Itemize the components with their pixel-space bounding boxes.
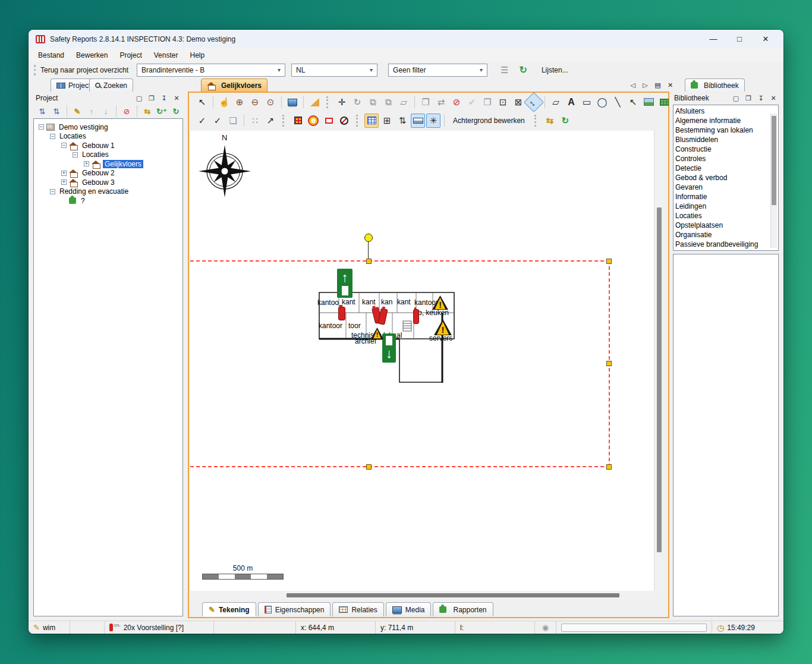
pan-button[interactable]: ☝ [217, 95, 231, 109]
zoom-out-button[interactable]: ⊖ [248, 95, 262, 109]
tree-row-gebouw-2[interactable]: +Gebouw 2 [34, 169, 182, 178]
tree-row-locaties[interactable]: −Locaties [34, 132, 182, 141]
prev-tab-button[interactable]: ◁ [628, 80, 638, 90]
drawing-canvas[interactable]: N [190, 131, 654, 591]
close-button[interactable]: ✕ [753, 31, 779, 48]
sort-alphabetic-button[interactable]: ⇅ [50, 105, 63, 117]
ring-zone-button[interactable] [306, 114, 320, 128]
insert-image-button[interactable] [641, 95, 656, 109]
tree-label[interactable]: Gebouw 2 [80, 169, 117, 177]
selection-handle-top-right[interactable] [606, 259, 612, 264]
tab-media[interactable]: Media [386, 602, 432, 616]
menu-bewerken[interactable]: Bewerken [70, 50, 114, 61]
tree-row-locaties[interactable]: −Locaties [34, 150, 182, 160]
expander-icon[interactable]: − [50, 189, 55, 194]
horizontal-scrollbar[interactable] [190, 591, 654, 599]
title-bar[interactable]: Safety Reports 2.8.14.1 INSPECTION 4.3: … [29, 30, 783, 48]
raster-button[interactable] [291, 114, 305, 128]
library-item-constructie[interactable]: Constructie [675, 144, 778, 154]
open-button[interactable]: ❒ [480, 95, 495, 109]
snap-all-button[interactable]: ✳ [426, 114, 440, 128]
library-item-organisatie[interactable]: Organisatie [675, 230, 778, 240]
float-panel-button[interactable]: ❐ [147, 95, 156, 102]
fire-extinguisher-icon[interactable] [413, 309, 419, 324]
library-item-blusmiddelen[interactable]: Blusmiddelen [675, 135, 778, 144]
tab-rapporten[interactable]: Rapporten [433, 602, 493, 616]
select-button[interactable]: ↖ [195, 95, 209, 109]
library-item-opstelplaatsen[interactable]: Opstelplaatsen [675, 221, 778, 230]
warning-triangle-icon[interactable]: ! [371, 328, 383, 339]
library-item-afsluiters[interactable]: Afsluiters [675, 106, 778, 116]
maximize-panel-button[interactable]: ▢ [135, 95, 143, 102]
tree-row-redding-en-evacuatie[interactable]: −Redding en evacuatie [34, 187, 182, 197]
library-item-detectie[interactable]: Detectie [675, 163, 778, 173]
delete-button[interactable]: ⊘ [120, 105, 133, 117]
library-item-plaatsbezoek[interactable]: Plaatsbezoek [675, 249, 778, 251]
draw-arrow-button[interactable]: ↖ [626, 95, 640, 109]
rename-button[interactable]: ✎ [71, 105, 84, 117]
tab-zoeken[interactable]: Zoeken [89, 78, 133, 92]
vertical-scrollbar[interactable] [654, 131, 663, 591]
filter-select[interactable]: Geen filter ▾ [388, 64, 487, 77]
menu-venster[interactable]: Venster [148, 50, 184, 61]
library-scrollbar[interactable] [770, 114, 777, 248]
menu-bestand[interactable]: Bestand [32, 50, 70, 61]
show-grid-button[interactable] [364, 114, 379, 128]
close-panel-button[interactable]: ✕ [172, 95, 181, 102]
expander-icon[interactable]: + [61, 171, 67, 176]
tree-label[interactable]: Gelijkvloers [103, 160, 143, 168]
tree-label[interactable]: Redding en evacuatie [58, 187, 130, 196]
library-item-passieve-brandbeveiliging[interactable]: Passieve brandbeveiliging [675, 240, 778, 249]
refresh-button[interactable]: ↻ [169, 105, 182, 117]
show-ruler-button[interactable] [411, 114, 425, 128]
next-tab-button[interactable]: ▷ [640, 80, 650, 90]
library-item-leidingen[interactable]: Leidingen [675, 202, 778, 211]
library-item-controles[interactable]: Controles [675, 154, 778, 163]
draw-ellipse-button[interactable]: ◯ [595, 95, 609, 109]
exit-up-sign[interactable]: ↑ [337, 269, 353, 298]
zone-rect-button[interactable] [322, 114, 336, 128]
library-item-locaties[interactable]: Locaties [675, 211, 778, 221]
tree-label[interactable]: Demo vestiging [57, 123, 110, 131]
tab-tekening[interactable]: ✎Tekening [202, 602, 256, 616]
confirm-button[interactable]: ✔ [465, 95, 479, 109]
minimize-button[interactable]: — [700, 31, 726, 48]
transfer-button[interactable]: ⇆ [543, 114, 557, 128]
edit-points-button[interactable]: ▱ [396, 95, 411, 109]
refresh-add-button[interactable]: ↻⁺ [155, 105, 168, 117]
menu-project[interactable]: Project [114, 50, 147, 61]
tab-eigenschappen[interactable]: Eigenschappen [258, 602, 331, 616]
draw-rectangle-button[interactable]: ▭ [580, 95, 594, 109]
exit-down-sign[interactable]: ↓ [382, 333, 396, 363]
delete-button[interactable]: ⊘ [449, 95, 464, 109]
expander-icon[interactable]: + [61, 180, 67, 185]
compass-zone-button[interactable] [337, 114, 351, 128]
horizontal-scrollbar-thumb[interactable] [287, 593, 619, 597]
expander-icon[interactable]: − [61, 143, 67, 148]
tree-row-demo-vestiging[interactable]: −Demo vestiging [34, 122, 182, 132]
insert-table-button[interactable] [657, 95, 671, 109]
transfer-button[interactable]: ⇆ [141, 105, 154, 117]
move-down-button[interactable]: ↓ [99, 105, 112, 117]
sort-structure-button[interactable]: ⇅ [36, 105, 49, 117]
tab-bibliotheek[interactable]: Bibliotheek [685, 78, 745, 92]
selection-handle-bottom[interactable] [366, 464, 372, 470]
replace-button[interactable]: ⇄ [434, 95, 448, 109]
tree-label[interactable]: Gebouw 3 [80, 178, 117, 187]
tree-row-gebouw-3[interactable]: +Gebouw 3 [34, 178, 182, 187]
filter-icon[interactable]: ☰ [501, 65, 508, 75]
library-item-gevaren[interactable]: Gevaren [675, 182, 778, 192]
tab-gelijkvloers[interactable]: Gelijkvloers [201, 78, 267, 92]
snap-to-points-button[interactable]: ✓ [210, 114, 225, 128]
measure-button[interactable] [307, 95, 322, 109]
resize-region-button[interactable]: ↔ [524, 92, 544, 112]
expander-icon[interactable]: + [84, 161, 89, 166]
warning-triangle-icon[interactable]: ! [434, 319, 452, 335]
library-scrollbar-thumb[interactable] [772, 116, 776, 205]
bring-forward-button[interactable]: ⧉ [366, 95, 380, 109]
tree-row-gelijkvloers[interactable]: +Gelijkvloers [34, 159, 182, 169]
vertical-scrollbar-thumb[interactable] [657, 207, 662, 552]
tree-label[interactable]: Locaties [80, 150, 111, 159]
refresh-drawing-button[interactable]: ↻ [558, 114, 572, 128]
menu-help[interactable]: Help [184, 50, 210, 61]
